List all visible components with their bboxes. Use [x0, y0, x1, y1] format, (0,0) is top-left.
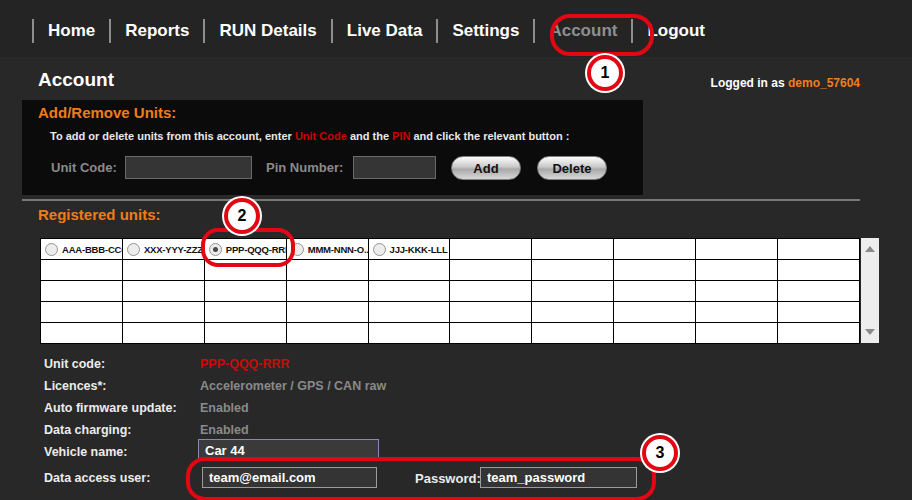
- unit-cell[interactable]: JJJ-KKK-LLL: [368, 239, 450, 260]
- radio-icon[interactable]: [291, 243, 304, 256]
- empty-cell: [41, 302, 123, 323]
- empty-cell: [450, 302, 532, 323]
- empty-cell: [532, 281, 614, 302]
- empty-cell: [696, 323, 778, 344]
- instruction-pin: PIN: [392, 130, 410, 142]
- unit-label: MMM-NNN-O...: [308, 244, 368, 255]
- page-title: Account: [38, 69, 114, 91]
- auto-firmware-label: Auto firmware update:: [44, 401, 177, 415]
- unit-cell[interactable]: AAA-BBB-CCC: [41, 239, 123, 260]
- unit-label: JJJ-KKK-LLL: [390, 244, 448, 255]
- unit-label: PPP-QQQ-RRR: [226, 244, 286, 255]
- pin-number-label: Pin Number:: [266, 160, 343, 175]
- unit-cell[interactable]: XXX-YYY-ZZZ: [122, 239, 204, 260]
- scroll-down-icon[interactable]: [865, 329, 875, 335]
- vehicle-name-input[interactable]: [198, 439, 379, 461]
- callout-badge-1: 1: [587, 55, 623, 91]
- empty-cell: [614, 260, 696, 281]
- vehicle-name-label: Vehicle name:: [44, 445, 127, 459]
- empty-cell: [696, 281, 778, 302]
- empty-cell: [778, 281, 860, 302]
- radio-selected-icon[interactable]: [209, 243, 222, 256]
- units-scrollbar[interactable]: [861, 238, 879, 343]
- unit-row: AAA-BBB-CCCXXX-YYY-ZZZPPP-QQQ-RRRMMM-NNN…: [41, 239, 860, 260]
- empty-cell: [122, 260, 204, 281]
- top-navbar: Home Reports RUN Details Live Data Setti…: [0, 0, 912, 57]
- scroll-up-icon[interactable]: [865, 246, 875, 252]
- password-label: Password:: [415, 471, 481, 486]
- empty-cell: [122, 323, 204, 344]
- data-charging-label: Data charging:: [44, 423, 132, 437]
- nav-item-logout[interactable]: Logout: [633, 21, 719, 41]
- nav-item-account[interactable]: Account: [535, 21, 631, 41]
- empty-cell: [41, 323, 123, 344]
- empty-cell: [696, 239, 778, 260]
- empty-cell: [450, 281, 532, 302]
- empty-cell: [368, 302, 450, 323]
- nav-row: Home Reports RUN Details Live Data Setti…: [32, 16, 719, 46]
- empty-cell: [778, 323, 860, 344]
- add-remove-heading: Add/Remove Units:: [38, 104, 176, 121]
- empty-cell: [532, 239, 614, 260]
- empty-cell: [41, 281, 123, 302]
- licences-value: Accelerometer / GPS / CAN raw: [200, 379, 386, 393]
- add-remove-instruction: To add or delete units from this account…: [50, 130, 569, 142]
- nav-item-reports[interactable]: Reports: [111, 21, 203, 41]
- password-input[interactable]: [480, 467, 637, 488]
- unit-code-input[interactable]: [125, 156, 252, 179]
- radio-icon[interactable]: [373, 243, 386, 256]
- empty-cell: [204, 281, 286, 302]
- empty-cell: [778, 239, 860, 260]
- empty-cell: [614, 323, 696, 344]
- unit-code-label: Unit Code:: [51, 160, 117, 175]
- account-page: Home Reports RUN Details Live Data Setti…: [0, 0, 912, 500]
- unit-code-detail-label: Unit code:: [44, 357, 105, 371]
- empty-cell: [532, 302, 614, 323]
- nav-item-home[interactable]: Home: [34, 21, 109, 41]
- instruction-part3: and click the relevant button :: [410, 130, 569, 142]
- registered-units-heading: Registered units:: [38, 206, 161, 223]
- unit-row: [41, 281, 860, 302]
- empty-cell: [122, 302, 204, 323]
- empty-cell: [286, 281, 368, 302]
- pin-number-input[interactable]: [353, 156, 436, 179]
- registered-units-box: AAA-BBB-CCCXXX-YYY-ZZZPPP-QQQ-RRRMMM-NNN…: [40, 238, 880, 343]
- nav-item-live-data[interactable]: Live Data: [333, 21, 437, 41]
- unit-cell[interactable]: PPP-QQQ-RRR: [204, 239, 286, 260]
- empty-cell: [368, 323, 450, 344]
- logged-in-label: Logged in as: [711, 76, 788, 90]
- empty-cell: [368, 281, 450, 302]
- radio-icon[interactable]: [45, 243, 58, 256]
- instruction-part2: and the: [347, 130, 392, 142]
- nav-item-run-details[interactable]: RUN Details: [205, 21, 330, 41]
- logged-in-username: demo_57604: [788, 76, 860, 90]
- add-button[interactable]: Add: [451, 156, 521, 180]
- unit-label: XXX-YYY-ZZZ: [144, 244, 203, 255]
- callout-badge-2: 2: [224, 198, 260, 234]
- unit-label: AAA-BBB-CCC: [62, 244, 122, 255]
- empty-cell: [532, 260, 614, 281]
- unit-row: [41, 323, 860, 344]
- empty-cell: [614, 302, 696, 323]
- data-access-user-input[interactable]: [202, 467, 377, 488]
- unit-code-detail-value: PPP-QQQ-RRR: [200, 357, 290, 371]
- data-access-user-label: Data access user:: [44, 471, 150, 485]
- empty-cell: [450, 260, 532, 281]
- nav-item-settings[interactable]: Settings: [438, 21, 533, 41]
- empty-cell: [286, 260, 368, 281]
- section-divider: [22, 199, 860, 201]
- empty-cell: [614, 239, 696, 260]
- empty-cell: [614, 281, 696, 302]
- callout-badge-3: 3: [642, 435, 678, 471]
- radio-icon[interactable]: [127, 243, 140, 256]
- licences-label: Licences*:: [44, 379, 107, 393]
- empty-cell: [696, 260, 778, 281]
- registered-units-grid: AAA-BBB-CCCXXX-YYY-ZZZPPP-QQQ-RRRMMM-NNN…: [41, 239, 860, 344]
- empty-cell: [450, 239, 532, 260]
- delete-button[interactable]: Delete: [537, 156, 607, 180]
- empty-cell: [532, 323, 614, 344]
- unit-cell[interactable]: MMM-NNN-O...: [286, 239, 368, 260]
- data-charging-value: Enabled: [200, 423, 249, 437]
- empty-cell: [778, 260, 860, 281]
- unit-row: [41, 302, 860, 323]
